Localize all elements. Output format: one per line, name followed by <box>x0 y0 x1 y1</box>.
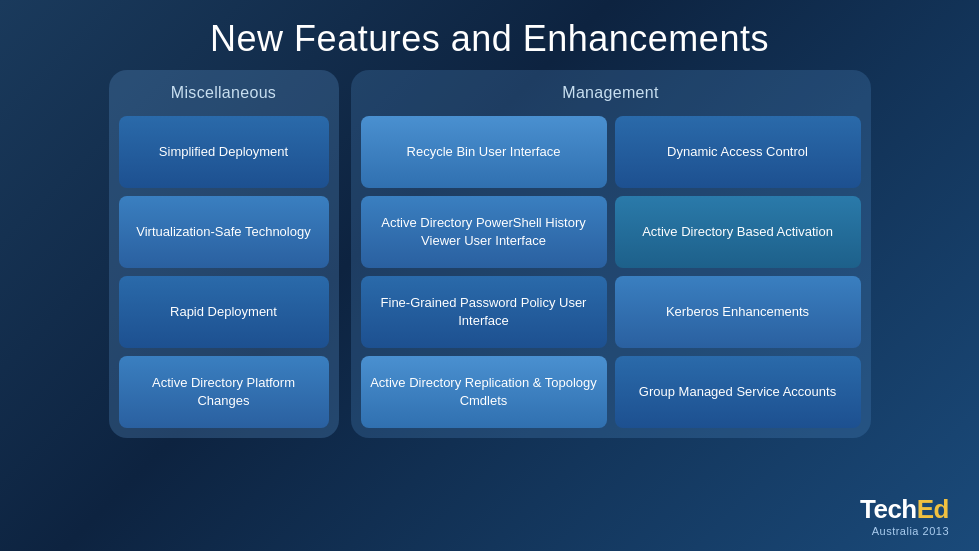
columns-wrapper: Miscellaneous Simplified Deployment Virt… <box>0 70 979 438</box>
misc-label: Miscellaneous <box>119 84 329 102</box>
management-grid: Recycle Bin User Interface Dynamic Acces… <box>361 116 861 428</box>
card-simplified-deployment: Simplified Deployment <box>119 116 329 188</box>
management-label: Management <box>361 84 861 102</box>
card-rapid-deployment: Rapid Deployment <box>119 276 329 348</box>
card-virtualization-safe: Virtualization-Safe Technology <box>119 196 329 268</box>
card-ad-platform-changes: Active Directory Platform Changes <box>119 356 329 428</box>
teched-logo: TechEd <box>860 494 949 525</box>
card-ad-replication: Active Directory Replication & Topology … <box>361 356 607 428</box>
card-kerberos-enhancements: Kerberos Enhancements <box>615 276 861 348</box>
teched-brand: TechEd Australia 2013 <box>860 494 949 537</box>
card-ad-powershell: Active Directory PowerShell History View… <box>361 196 607 268</box>
card-ad-based-activation: Active Directory Based Activation <box>615 196 861 268</box>
teched-tech: Tech <box>860 494 917 524</box>
management-column: Management Recycle Bin User Interface Dy… <box>351 70 871 438</box>
card-recycle-bin: Recycle Bin User Interface <box>361 116 607 188</box>
page-title: New Features and Enhancements <box>0 0 979 70</box>
teched-ed: Ed <box>917 494 949 524</box>
card-fine-grained-password: Fine-Grained Password Policy User Interf… <box>361 276 607 348</box>
card-dynamic-access-control: Dynamic Access Control <box>615 116 861 188</box>
teched-sub: Australia 2013 <box>872 525 949 537</box>
card-group-managed-service: Group Managed Service Accounts <box>615 356 861 428</box>
misc-column: Miscellaneous Simplified Deployment Virt… <box>109 70 339 438</box>
